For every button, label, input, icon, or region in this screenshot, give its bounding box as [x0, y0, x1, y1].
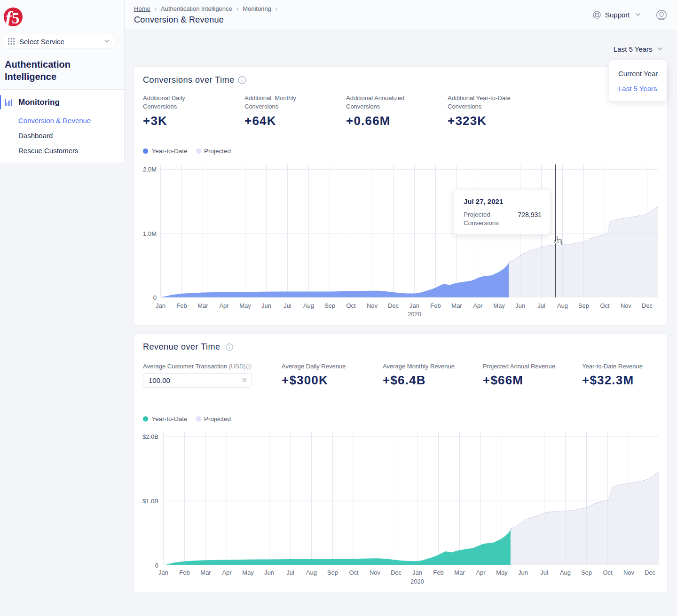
svg-text:Jan: Jan [156, 302, 165, 309]
svg-text:Apr: Apr [222, 569, 232, 576]
svg-text:Sep: Sep [327, 569, 338, 576]
svg-text:Sep: Sep [324, 302, 335, 309]
svg-text:$1.0B: $1.0B [142, 498, 158, 505]
svg-text:May: May [239, 302, 251, 309]
svg-text:Sep: Sep [581, 569, 592, 576]
svg-text:Jan: Jan [409, 302, 419, 309]
svg-text:Aug: Aug [560, 569, 571, 576]
svg-text:Oct: Oct [600, 302, 610, 309]
svg-text:Jul: Jul [286, 569, 294, 576]
svg-text:Jun: Jun [515, 302, 525, 309]
svg-text:Dec: Dec [388, 302, 399, 309]
svg-text:Mar: Mar [451, 302, 462, 309]
svg-text:Jul: Jul [537, 302, 545, 309]
svg-text:Apr: Apr [219, 302, 229, 309]
svg-text:Mar: Mar [454, 569, 465, 576]
svg-text:Jan: Jan [158, 569, 168, 576]
svg-text:Aug: Aug [306, 569, 317, 576]
svg-text:2020: 2020 [410, 578, 424, 585]
svg-text:Feb: Feb [433, 569, 443, 576]
svg-text:Jun: Jun [261, 302, 271, 309]
svg-text:Nov: Nov [367, 302, 378, 309]
svg-text:$2.0B: $2.0B [142, 433, 158, 440]
svg-text:Jun: Jun [264, 569, 274, 576]
svg-text:Aug: Aug [303, 302, 314, 309]
svg-text:5: 5 [12, 10, 20, 26]
svg-text:Apr: Apr [473, 302, 483, 309]
svg-text:May: May [493, 302, 505, 309]
svg-text:Nov: Nov [370, 569, 381, 576]
svg-text:Mar: Mar [200, 569, 211, 576]
svg-text:Oct: Oct [346, 302, 356, 309]
svg-text:Sep: Sep [578, 302, 589, 309]
svg-text:Dec: Dec [391, 569, 402, 576]
svg-text:0: 0 [155, 562, 158, 569]
svg-text:Dec: Dec [645, 569, 656, 576]
svg-text:May: May [496, 569, 508, 576]
svg-text:Oct: Oct [349, 569, 359, 576]
svg-text:Jul: Jul [283, 302, 291, 309]
svg-text:Oct: Oct [603, 569, 613, 576]
svg-text:Jun: Jun [518, 569, 528, 576]
svg-text:Dec: Dec [642, 302, 653, 309]
svg-text:1.0M: 1.0M [143, 230, 157, 237]
svg-text:Jan: Jan [412, 569, 422, 576]
svg-text:May: May [242, 569, 254, 576]
svg-text:Nov: Nov [623, 569, 635, 576]
svg-text:Nov: Nov [621, 302, 632, 309]
svg-text:Jul: Jul [540, 569, 548, 576]
svg-text:Feb: Feb [430, 302, 441, 309]
svg-text:2.0M: 2.0M [143, 166, 157, 173]
svg-text:Feb: Feb [179, 569, 189, 576]
svg-text:Apr: Apr [476, 569, 486, 576]
svg-text:Aug: Aug [557, 302, 568, 309]
svg-text:0: 0 [153, 294, 157, 301]
svg-text:2020: 2020 [408, 311, 421, 318]
svg-text:Mar: Mar [197, 302, 208, 309]
svg-text:Feb: Feb [176, 302, 187, 309]
